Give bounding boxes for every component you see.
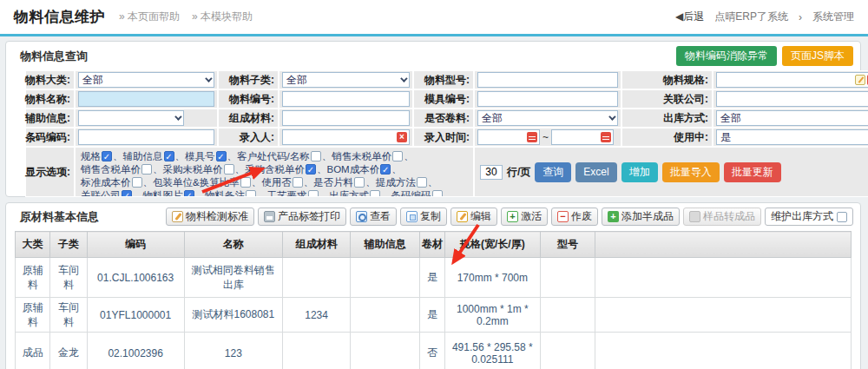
display-option-checkbox[interactable] [293,177,303,188]
in-use-select[interactable]: 是 [716,129,868,145]
column-header: 名称 [184,232,283,258]
maintain-out-method-checkbox[interactable] [837,212,847,222]
option-separator: 、 [404,151,414,161]
add-button[interactable]: 增加 [621,162,658,182]
display-option-checkbox[interactable] [354,177,365,188]
display-option-checkbox[interactable] [380,164,391,175]
company-input[interactable] [716,91,868,107]
mold-code-input[interactable] [477,91,618,107]
print-icon [264,211,275,222]
label-entry-person: 录入人: [218,128,279,147]
display-option-label: 工艺要求 [267,190,307,197]
display-option: 物料备注、 [205,190,267,197]
display-option: 销售含税单价、 [81,164,163,175]
option-separator: 、 [391,164,402,175]
module-help-link[interactable]: » 本模块帮助 [192,10,253,24]
materials-table: 大类子类编码名称组成材料辅助信息卷材规格(宽/长/厚)型号原辅料车间料01.CJ… [15,231,852,369]
display-option-checkbox[interactable] [164,151,174,161]
chevron-down-icon [400,75,407,82]
display-option-label: 使用否 [261,177,292,188]
label-mold: 模具编号: [413,89,474,109]
batch-update-button[interactable]: 批量更新 [724,162,781,182]
material-code-input[interactable] [282,91,410,107]
aux-info-select[interactable] [78,110,184,126]
label-material: 组成材料: [218,109,279,128]
toolbar-button-label: 查看 [370,209,391,224]
note-edit-icon[interactable] [855,75,865,85]
add-icon [608,211,619,222]
display-option: 规格、 [81,151,123,161]
material-name-input[interactable] [78,91,214,107]
display-option-checkbox[interactable] [102,151,112,161]
display-option-checkbox[interactable] [224,164,234,175]
barcode-input[interactable] [78,129,214,145]
display-option-checkbox[interactable] [216,151,227,161]
calendar-icon[interactable] [527,132,537,142]
entry-person-input[interactable] [285,131,395,143]
query-form: 物料大类: 全部 物料子类: 全部 物料型号: 物料规格: 物料名称: 物料编号… [25,70,853,197]
spec-input[interactable] [719,74,853,86]
view-icon [356,211,367,222]
clear-abnormal-code-button[interactable]: 物料编码消除异常 [676,46,777,66]
page-js-button[interactable]: 页面JS脚本 [782,46,853,66]
model-input[interactable] [477,72,618,88]
display-option-checkbox[interactable] [392,151,403,161]
display-option-checkbox[interactable] [306,164,316,175]
option-separator: 、 [153,164,163,175]
option-separator: 、 [175,151,186,161]
display-option-checkbox[interactable] [308,190,319,197]
display-option-checkbox[interactable] [240,177,251,188]
table-row[interactable]: 原辅料车间料01YFL1000001测试材料16080811234是1000mm… [16,298,852,333]
maintain-out-method-label: 维护出库方式 [771,209,833,224]
toolbar-activate-button[interactable]: 激活 [501,208,548,226]
page-title: 物料信息维护 [14,7,105,27]
option-separator: 、 [317,164,327,175]
toolbar-copy-button[interactable]: 复制 [400,208,447,226]
back-button[interactable]: ◀后退 [675,10,704,24]
table-cell [351,333,420,369]
table-cell: 是 [420,298,445,333]
sub-class-select[interactable]: 全部 [282,72,410,88]
calendar-icon[interactable] [601,132,611,142]
excel-button[interactable]: Excel [575,162,616,182]
display-option-checkbox[interactable] [246,190,256,197]
breadcrumb-system[interactable]: 点晴ERP了系统 [714,10,788,24]
toolbar-void-button[interactable]: 作废 [551,208,598,226]
toolbar-edit-std-button[interactable]: 物料检测标准 [166,208,254,226]
page-help-link[interactable]: » 本页面帮助 [119,10,180,24]
component-material-input[interactable] [282,110,410,126]
page-size-input[interactable] [480,165,503,180]
display-option-checkbox[interactable] [184,190,194,197]
display-option-checkbox[interactable] [432,190,443,197]
toolbar-print-button[interactable]: 产品标签打印 [258,208,346,226]
display-option-checkbox[interactable] [311,151,321,161]
query-panel-title: 物料信息查询 [20,49,88,64]
toolbar-edit-button[interactable]: 编辑 [450,208,497,226]
table-row[interactable]: 原辅料车间料01.CJL.1006163测试相同卷料销售出库是170mm * 7… [16,258,852,298]
out-method-select[interactable]: 全部 [716,110,868,126]
search-button[interactable]: 查询 [535,162,571,182]
display-option-checkbox[interactable] [370,190,380,197]
table-row[interactable]: 成品金龙02.1002396123否491.56 * 295.58 * 0.02… [16,333,852,369]
clear-icon[interactable] [397,132,407,142]
maintain-out-method-toggle[interactable]: 维护出库方式 [765,208,853,226]
breadcrumb-section[interactable]: 系统管理 [812,10,854,24]
is-roll-select[interactable]: 全部 [477,110,618,126]
toolbar-add-button[interactable]: 添加半成品 [602,208,680,226]
batch-import-button[interactable]: 批量导入 [662,162,720,182]
display-option-label: 销售含税单价 [81,164,141,175]
entry-time-from-input[interactable] [480,131,525,143]
display-option-checkbox[interactable] [141,164,152,175]
display-option-checkbox[interactable] [122,190,132,197]
breadcrumb-separator: › [799,11,802,23]
display-option-checkbox[interactable] [417,177,427,188]
display-option-checkbox[interactable] [132,177,142,188]
display-option: 包装单位&换算比率、 [153,177,261,188]
table-cell: 02.1002396 [87,333,184,369]
materials-panel-title: 原材料基本信息 [20,209,99,225]
toolbar-view-button[interactable]: 查看 [350,208,397,226]
entry-time-to-input[interactable] [554,131,599,143]
table-cell: 原辅料 [16,258,50,298]
table-cell [540,333,595,369]
big-class-select[interactable]: 全部 [78,72,214,88]
